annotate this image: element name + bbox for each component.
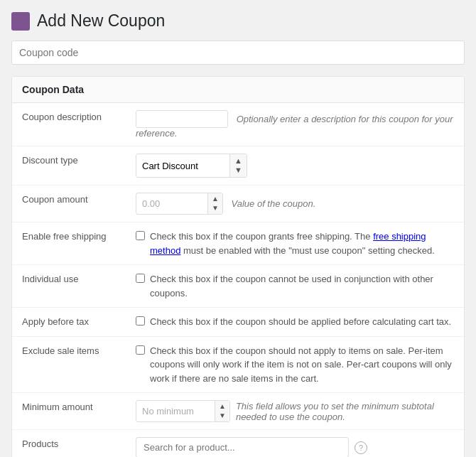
minimum-amount-value: ▲▼ This field allows you to set the mini… <box>126 393 464 430</box>
discount-type-row: Discount type Cart Discount Cart % Disco… <box>12 146 464 186</box>
app-icon <box>11 12 30 31</box>
coupon-code-input[interactable] <box>11 41 465 65</box>
select-arrow-icon: ▲▼ <box>229 154 247 177</box>
individual-use-checkbox[interactable] <box>136 274 145 283</box>
number-spin-icon[interactable]: ▲▼ <box>207 193 222 214</box>
products-search-wrapper: ? <box>136 437 454 457</box>
individual-use-value: Check this box if the coupon cannot be u… <box>126 265 464 308</box>
minimum-amount-spin-icon[interactable]: ▲▼ <box>215 401 229 421</box>
products-search-input[interactable] <box>136 437 349 457</box>
exclude-sale-items-desc: Check this box if the coupon should not … <box>150 344 454 386</box>
discount-type-select-wrapper: Cart Discount Cart % Discount Product Di… <box>136 154 247 178</box>
apply-before-tax-desc: Check this box if the coupon should be a… <box>150 315 451 329</box>
individual-use-label: Individual use <box>12 265 126 308</box>
minimum-amount-input-wrapper: ▲▼ <box>136 400 230 422</box>
products-row: Products ? <box>12 430 464 458</box>
free-shipping-row: Enable free shipping Check this box if t… <box>12 222 464 265</box>
minimum-amount-label: Minimum amount <box>12 393 126 430</box>
minimum-amount-hint: This field allows you to set the minimum… <box>236 401 454 422</box>
exclude-sale-items-row: Exclude sale items Check this box if the… <box>12 336 464 393</box>
page-title: Add New Coupon <box>37 11 165 31</box>
apply-before-tax-checkbox[interactable] <box>136 316 145 326</box>
minimum-amount-row: Minimum amount ▲▼ This field allows you … <box>12 393 464 430</box>
minimum-amount-input[interactable] <box>136 402 215 420</box>
products-value: ? <box>126 430 464 458</box>
coupon-description-row: Coupon description Optionally enter a de… <box>12 103 464 146</box>
discount-type-select[interactable]: Cart Discount Cart % Discount Product Di… <box>136 157 229 175</box>
coupon-data-section: Coupon Data Coupon description Optionall… <box>11 76 465 457</box>
apply-before-tax-label: Apply before tax <box>12 308 126 337</box>
products-label: Products <box>12 430 126 458</box>
free-shipping-label: Enable free shipping <box>12 222 126 265</box>
coupon-amount-input-wrapper: ▲▼ <box>136 193 223 215</box>
coupon-amount-hint: Value of the coupon. <box>232 198 316 209</box>
coupon-description-value: Optionally enter a description for this … <box>126 103 464 146</box>
coupon-description-input[interactable] <box>136 110 228 128</box>
coupon-data-header: Coupon Data <box>12 77 464 103</box>
products-help-icon[interactable]: ? <box>355 441 367 454</box>
free-shipping-desc: Check this box if the coupon grants free… <box>150 230 454 257</box>
coupon-description-label: Coupon description <box>12 103 126 146</box>
individual-use-row: Individual use Check this box if the cou… <box>12 265 464 308</box>
individual-use-desc: Check this box if the coupon cannot be u… <box>150 272 454 300</box>
free-shipping-checkbox-row: Check this box if the coupon grants free… <box>136 230 454 257</box>
coupon-amount-input[interactable] <box>136 195 207 213</box>
apply-before-tax-row: Apply before tax Check this box if the c… <box>12 308 464 337</box>
apply-before-tax-value: Check this box if the coupon should be a… <box>126 308 464 337</box>
exclude-sale-items-checkbox-row: Check this box if the coupon should not … <box>136 344 454 386</box>
coupon-amount-row: Coupon amount ▲▼ Value of the coupon. <box>12 186 464 222</box>
discount-type-label: Discount type <box>12 146 126 186</box>
coupon-amount-value: ▲▼ Value of the coupon. <box>126 186 464 222</box>
page-header: Add New Coupon <box>11 11 465 31</box>
exclude-sale-items-checkbox[interactable] <box>136 345 145 355</box>
coupon-amount-label: Coupon amount <box>12 186 126 222</box>
discount-type-value: Cart Discount Cart % Discount Product Di… <box>126 146 464 186</box>
exclude-sale-items-label: Exclude sale items <box>12 336 126 393</box>
free-shipping-value: Check this box if the coupon grants free… <box>126 222 464 265</box>
coupon-form-table: Coupon description Optionally enter a de… <box>12 103 464 457</box>
free-shipping-checkbox[interactable] <box>136 231 145 240</box>
minimum-amount-field: ▲▼ This field allows you to set the mini… <box>136 400 454 422</box>
individual-use-checkbox-row: Check this box if the coupon cannot be u… <box>136 272 454 300</box>
apply-before-tax-checkbox-row: Check this box if the coupon should be a… <box>136 315 454 329</box>
exclude-sale-items-value: Check this box if the coupon should not … <box>126 336 464 393</box>
